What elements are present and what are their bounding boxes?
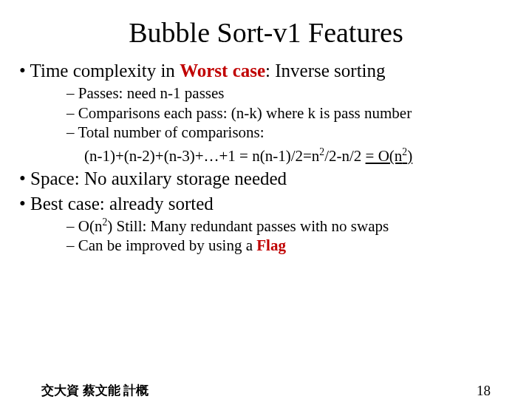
bullet-list: Time complexity in Worst case: Inverse s… <box>19 59 513 255</box>
sub-flag: Can be improved by using a Flag <box>66 236 513 255</box>
sub-total: Total number of comparisons: <box>66 123 513 142</box>
text: = O(n <box>366 147 403 165</box>
sub-passes: Passes: need n-1 passes <box>66 83 513 103</box>
text: (n-1)+(n-2)+(n-3)+…+1 = n(n-1)/2=n <box>84 147 319 165</box>
sub-best-on2: O(n2) Still: Many redundant passes with … <box>66 216 513 236</box>
footer-author: 交大資 蔡文能 計概 <box>41 382 149 399</box>
slide-title: Bubble Sort-v1 Features <box>0 16 532 49</box>
page-number: 18 <box>477 383 491 399</box>
text: O(n <box>78 217 103 235</box>
formula-line: (n-1)+(n-2)+(n-3)+…+1 = n(n-1)/2=n2/2-n/… <box>37 146 513 166</box>
worst-case-label: Worst case <box>180 61 265 81</box>
text: Can be improved by using a <box>78 236 256 254</box>
bullet-time-complexity: Time complexity in Worst case: Inverse s… <box>19 59 513 166</box>
text: Best case: already sorted <box>30 194 214 214</box>
sub-list: O(n2) Still: Many redundant passes with … <box>37 216 513 256</box>
slide-body: Time complexity in Worst case: Inverse s… <box>0 59 532 255</box>
text: ) Still: Many redundant passes with no s… <box>107 217 389 235</box>
bullet-best-case: Best case: already sorted O(n2) Still: M… <box>19 192 513 256</box>
text: ) <box>407 147 412 165</box>
bullet-space: Space: No auxilary storage needed <box>19 167 513 190</box>
flag-label: Flag <box>256 236 286 254</box>
text: Time complexity in <box>30 61 180 81</box>
text: /2-n/2 <box>324 147 365 165</box>
text: : Inverse sorting <box>265 61 385 81</box>
slide: Bubble Sort-v1 Features Time complexity … <box>0 16 532 399</box>
big-o-underline: = O(n2) <box>366 147 413 165</box>
sub-comparisons: Comparisons each pass: (n-k) where k is … <box>66 103 513 123</box>
sub-list: Passes: need n-1 passes Comparisons each… <box>37 83 513 142</box>
